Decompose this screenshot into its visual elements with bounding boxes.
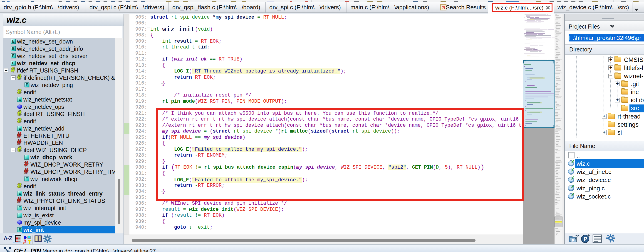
svg-text:P: P — [584, 236, 587, 242]
svg-text:P: P — [572, 239, 574, 242]
